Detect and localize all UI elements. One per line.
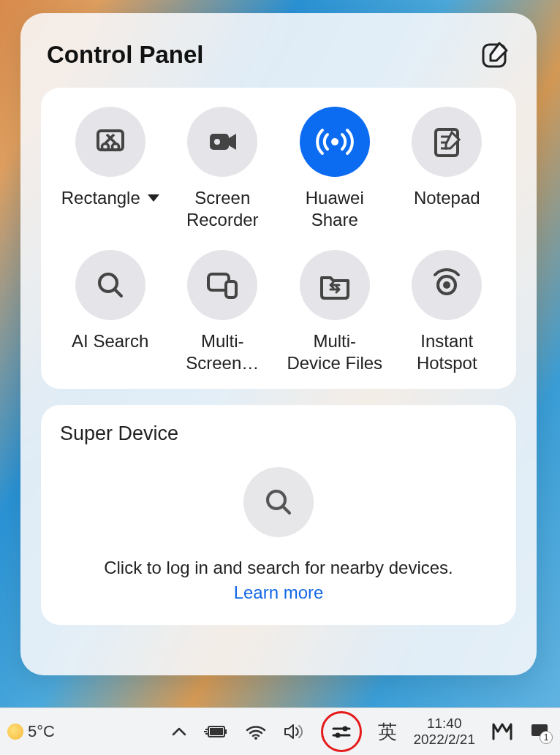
folder-sync-icon [300, 250, 370, 320]
chevron-up-icon [170, 723, 188, 740]
huawei-manager-icon[interactable] [491, 721, 513, 742]
quick-toggles-card: Rectangle Screen Recorder [41, 88, 516, 389]
tile-notepad[interactable]: Notepad [391, 107, 504, 231]
svg-line-14 [115, 289, 121, 296]
learn-more-link[interactable]: Learn more [234, 583, 324, 603]
svg-rect-22 [224, 729, 227, 734]
svg-rect-23 [210, 728, 223, 735]
control-panel-tray-button[interactable] [321, 711, 362, 752]
sliders-icon [330, 723, 352, 740]
tile-label: Rectangle [61, 187, 159, 209]
tile-label: Multi- Device Files [287, 330, 382, 374]
battery-charging-icon[interactable] [204, 724, 229, 740]
tile-label: Multi- Screen… [186, 330, 259, 374]
super-device-body: Click to log in and search for nearby de… [60, 467, 497, 603]
tray-overflow-button[interactable] [170, 723, 188, 740]
svg-point-28 [336, 733, 341, 738]
svg-point-3 [112, 144, 118, 151]
tile-huawei-share[interactable]: Huawei Share [279, 107, 391, 231]
video-camera-icon [187, 107, 257, 177]
super-device-title: Super Device [60, 422, 497, 445]
svg-line-20 [283, 507, 290, 513]
super-device-card: Super Device Click to log in and search … [41, 405, 516, 625]
volume-icon[interactable] [283, 722, 305, 741]
super-device-search-button[interactable] [243, 467, 314, 537]
quick-toggles-grid: Rectangle Screen Recorder [54, 107, 503, 374]
svg-rect-16 [226, 281, 236, 297]
tile-label: Notepad [414, 187, 480, 209]
svg-point-2 [102, 144, 108, 151]
svg-point-8 [331, 138, 338, 145]
date-text: 2022/2/21 [413, 732, 475, 748]
tile-instant-hotspot[interactable]: Instant Hotspot [391, 250, 504, 374]
time-text: 11:40 [427, 716, 462, 732]
broadcast-icon [300, 107, 370, 177]
tile-multi-screen[interactable]: Multi- Screen… [167, 250, 279, 374]
svg-point-7 [214, 139, 220, 145]
svg-point-17 [443, 281, 450, 289]
temperature-text: 5°C [28, 722, 55, 741]
tile-rectangle[interactable]: Rectangle [54, 107, 167, 231]
weather-widget[interactable]: 5°C [0, 722, 55, 741]
system-tray: 英 11:40 2022/2/21 1 [170, 711, 560, 752]
taskbar: 5°C [0, 707, 560, 755]
edit-button[interactable] [480, 39, 510, 70]
notepad-icon [412, 107, 482, 177]
notification-badge: 1 [540, 731, 553, 744]
svg-point-26 [343, 726, 348, 732]
tile-screen-recorder[interactable]: Screen Recorder [167, 107, 279, 231]
clock[interactable]: 11:40 2022/2/21 [413, 716, 475, 748]
super-device-prompt: Click to log in and search for nearby de… [104, 558, 453, 578]
tile-label: Instant Hotspot [417, 330, 477, 374]
sun-icon [7, 724, 23, 740]
tile-label: AI Search [72, 330, 148, 352]
tile-ai-search[interactable]: AI Search [54, 250, 167, 374]
tile-label-text: Rectangle [61, 187, 140, 209]
panel-title: Control Panel [47, 41, 204, 69]
tile-multi-device-files[interactable]: Multi- Device Files [279, 250, 391, 374]
multi-screen-icon [187, 250, 257, 320]
ime-indicator[interactable]: 英 [378, 719, 397, 745]
notification-center-button[interactable]: 1 [529, 722, 550, 741]
tile-label: Huawei Share [306, 187, 364, 231]
edit-icon [480, 40, 510, 69]
wifi-icon[interactable] [245, 723, 267, 740]
tile-label: Screen Recorder [186, 187, 259, 231]
search-icon [75, 250, 145, 320]
panel-header: Control Panel [20, 34, 537, 88]
control-panel: Control Panel [20, 13, 537, 675]
svg-point-24 [254, 737, 257, 740]
chevron-down-icon [148, 194, 159, 202]
hotspot-icon [412, 250, 482, 320]
search-icon [260, 484, 297, 520]
screenshot-icon [75, 107, 145, 177]
